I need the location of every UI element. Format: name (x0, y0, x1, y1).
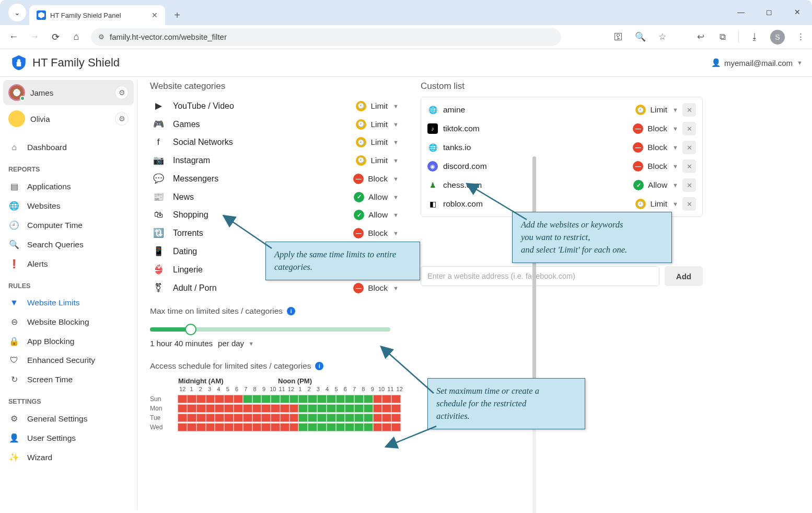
password-key-icon[interactable]: ⚿ (612, 31, 624, 43)
schedule-cell[interactable] (298, 404, 308, 413)
schedule-cell[interactable] (364, 414, 373, 422)
zoom-icon[interactable]: 🔍 (634, 31, 646, 43)
schedule-cell[interactable] (234, 404, 243, 413)
site-action-dropdown[interactable]: — Block ▼ (633, 142, 678, 153)
category-action-dropdown[interactable]: 🕘 Limit ▼ (356, 119, 399, 130)
schedule-cell[interactable] (345, 414, 354, 422)
new-tab-button[interactable]: + (169, 7, 185, 23)
schedule-cell[interactable] (298, 423, 308, 431)
category-action-dropdown[interactable]: 🕘 Limit ▼ (356, 101, 399, 111)
category-action-dropdown[interactable]: ✓ Allow ▼ (354, 192, 399, 202)
schedule-cell[interactable] (252, 404, 262, 413)
delete-site-button[interactable]: ✕ (682, 122, 696, 135)
site-action-dropdown[interactable]: 🕘 Limit ▼ (635, 199, 678, 209)
site-settings-icon[interactable]: ⚙ (98, 33, 105, 41)
bookmark-star-icon[interactable]: ☆ (656, 31, 668, 43)
schedule-cell[interactable] (206, 404, 215, 413)
schedule-cell[interactable] (364, 423, 373, 431)
schedule-cell[interactable] (261, 414, 271, 422)
schedule-cell[interactable] (289, 414, 299, 422)
schedule-cell[interactable] (391, 404, 401, 413)
schedule-cell[interactable] (234, 414, 243, 422)
sidebar-item-wizard[interactable]: ✨Wizard (3, 448, 134, 466)
schedule-cell[interactable] (280, 395, 289, 403)
schedule-cell[interactable] (382, 395, 391, 403)
schedule-cell[interactable] (196, 395, 206, 403)
schedule-cell[interactable] (224, 395, 234, 403)
sidebar-item-screen-time[interactable]: ↻Screen Time (3, 370, 134, 389)
schedule-cell[interactable] (327, 414, 336, 422)
schedule-cell[interactable] (336, 414, 345, 422)
profile-settings-button[interactable]: ⚙ (115, 86, 129, 99)
site-action-dropdown[interactable]: ✓ Allow ▼ (633, 180, 678, 190)
schedule-cell[interactable] (261, 423, 271, 431)
schedule-cell[interactable] (280, 423, 289, 431)
schedule-cell[interactable] (206, 414, 215, 422)
category-action-dropdown[interactable]: — Block ▼ (353, 228, 399, 238)
home-button[interactable]: ⌂ (68, 29, 85, 45)
site-action-dropdown[interactable]: — Block ▼ (633, 123, 678, 134)
schedule-cell[interactable] (271, 395, 280, 403)
user-menu[interactable]: 👤 myemail@mail.com ▼ (711, 58, 803, 67)
schedule-cell[interactable] (252, 414, 262, 422)
add-site-input[interactable] (421, 266, 659, 286)
site-action-dropdown[interactable]: — Block ▼ (633, 161, 678, 172)
minimize-button[interactable]: — (729, 4, 752, 20)
schedule-cell[interactable] (289, 404, 299, 413)
schedule-cell[interactable] (382, 414, 391, 422)
profile-olivia[interactable]: Olivia ⚙ (3, 106, 134, 131)
schedule-cell[interactable] (345, 404, 354, 413)
category-action-dropdown[interactable]: — Block ▼ (353, 283, 399, 293)
schedule-cell[interactable] (354, 395, 364, 403)
schedule-cell[interactable] (317, 395, 327, 403)
schedule-cell[interactable] (224, 414, 234, 422)
schedule-cell[interactable] (252, 395, 262, 403)
category-action-dropdown[interactable]: 🕘 Limit ▼ (356, 137, 399, 147)
tab-search-button[interactable]: ⌄ (8, 4, 26, 21)
kebab-menu-icon[interactable]: ⋮ (794, 31, 807, 43)
time-slider[interactable] (150, 327, 390, 332)
slider-value-row[interactable]: 1 hour 40 minutes per day ▼ (150, 339, 401, 348)
sidebar-item-dashboard[interactable]: ⌂ Dashboard (3, 139, 134, 156)
schedule-cell[interactable] (391, 414, 401, 422)
schedule-cell[interactable] (382, 423, 391, 431)
schedule-cell[interactable] (187, 423, 196, 431)
url-field[interactable]: ⚙ family.ht-vector.com/website_filter (91, 28, 561, 46)
sidebar-item-search-queries[interactable]: 🔍Search Queries (3, 235, 134, 254)
schedule-cell[interactable] (308, 395, 317, 403)
schedule-cell[interactable] (354, 423, 364, 431)
schedule-cell[interactable] (354, 414, 364, 422)
browser-profile-avatar[interactable]: S (770, 30, 785, 44)
sidebar-item-website-limits[interactable]: ▼Website Limits (3, 294, 134, 312)
schedule-grid[interactable]: SunMonTueWed (150, 394, 401, 432)
schedule-cell[interactable] (196, 423, 206, 431)
browser-tab[interactable]: HT Family Shield Panel ✕ (29, 5, 165, 25)
schedule-cell[interactable] (364, 395, 373, 403)
category-action-dropdown[interactable]: — Block ▼ (353, 174, 399, 184)
schedule-cell[interactable] (336, 423, 345, 431)
schedule-cell[interactable] (289, 395, 299, 403)
profile-james[interactable]: James ⚙ (3, 80, 134, 105)
schedule-cell[interactable] (261, 395, 271, 403)
sidebar-item-user-settings[interactable]: 👤User Settings (3, 429, 134, 447)
sidebar-item-website-blocking[interactable]: ⊖Website Blocking (3, 313, 134, 331)
schedule-cell[interactable] (336, 395, 345, 403)
schedule-cell[interactable] (187, 404, 196, 413)
category-action-dropdown[interactable]: ✓ Allow ▼ (354, 210, 399, 220)
downloads-icon[interactable]: ⭳ (748, 31, 761, 43)
schedule-cell[interactable] (289, 423, 299, 431)
schedule-cell[interactable] (298, 414, 308, 422)
schedule-cell[interactable] (280, 414, 289, 422)
info-icon[interactable]: i (287, 307, 295, 315)
schedule-cell[interactable] (252, 423, 262, 431)
schedule-cell[interactable] (345, 395, 354, 403)
schedule-cell[interactable] (345, 423, 354, 431)
schedule-cell[interactable] (215, 414, 224, 422)
delete-site-button[interactable]: ✕ (682, 141, 696, 154)
schedule-cell[interactable] (178, 414, 187, 422)
schedule-cell[interactable] (187, 414, 196, 422)
delete-site-button[interactable]: ✕ (682, 197, 696, 211)
schedule-cell[interactable] (196, 404, 206, 413)
scrollbar-thumb[interactable] (532, 156, 536, 386)
schedule-cell[interactable] (243, 404, 252, 413)
